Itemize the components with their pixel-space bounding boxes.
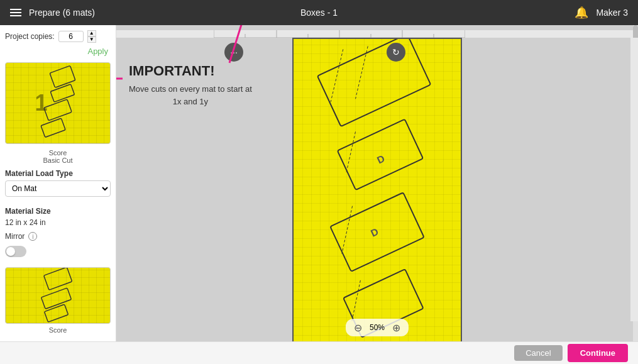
cancel-button[interactable]: Cancel: [514, 345, 562, 361]
mirror-info-icon[interactable]: i: [28, 232, 37, 241]
mat-canvas: D D: [292, 38, 462, 341]
ruler-top-marks: [214, 30, 465, 38]
continue-button[interactable]: Continue: [568, 344, 628, 362]
document-title: Boxes - 1: [300, 8, 338, 18]
rotate-btn[interactable]: ↻: [387, 43, 405, 62]
svg-line-24: [342, 206, 353, 254]
svg-rect-2: [44, 99, 72, 121]
important-text: Move cuts on every mat to start at 1x an…: [129, 83, 252, 108]
copies-spinner: ▲ ▼: [87, 30, 96, 43]
header-left: Prepare (6 mats): [10, 8, 95, 18]
svg-rect-6: [44, 304, 68, 322]
material-load-select[interactable]: On Mat: [5, 180, 111, 197]
copies-input[interactable]: [58, 31, 84, 42]
hamburger-icon[interactable]: [10, 9, 21, 16]
zoom-in-btn[interactable]: ⊕: [390, 321, 402, 334]
left-sidebar: Project copies: ▲ ▼ Apply 1 Score Basic …: [0, 25, 116, 341]
svg-rect-0: [50, 65, 75, 87]
app-title: Prepare (6 mats): [29, 8, 95, 18]
mat1-thumbnail: 1: [5, 62, 111, 144]
ruler-right: [630, 38, 638, 321]
material-size-value: 12 in x 24 in: [5, 218, 111, 227]
mat1-cuts: [6, 63, 110, 143]
mat2-cuts: [6, 268, 110, 323]
zoom-controls: ⊖ 50% ⊕: [346, 319, 409, 336]
mirror-label: Mirror: [5, 232, 25, 241]
svg-rect-17: [317, 39, 431, 126]
svg-rect-3: [41, 118, 65, 137]
material-size-label: Material Size: [5, 207, 111, 216]
copies-down-btn[interactable]: ▼: [87, 36, 96, 43]
mat-cut-shapes: D D: [294, 39, 461, 341]
main-layout: Project copies: ▲ ▼ Apply 1 Score Basic …: [0, 25, 638, 341]
footer: Cancel Continue: [0, 341, 638, 364]
svg-line-18: [331, 49, 343, 102]
svg-line-27: [352, 280, 361, 322]
mirror-row: Mirror i: [5, 232, 111, 241]
mirror-toggle[interactable]: [5, 246, 26, 257]
ruler-top: [116, 30, 633, 38]
mat2-label: Score: [5, 326, 111, 334]
important-overlay: IMPORTANT! Move cuts on every mat to sta…: [129, 63, 252, 108]
arrow-left-svg: [116, 66, 126, 91]
svg-text:D: D: [369, 226, 380, 238]
project-copies-label: Project copies:: [5, 32, 55, 41]
toggle-knob: [6, 247, 15, 256]
zoom-out-btn[interactable]: ⊖: [352, 321, 365, 334]
svg-rect-1: [50, 84, 74, 102]
svg-rect-5: [41, 288, 72, 309]
material-load-label: Material Load Type: [5, 169, 111, 178]
header: Prepare (6 mats) Boxes - 1 🔔 Maker 3: [0, 0, 638, 25]
svg-rect-4: [44, 268, 72, 290]
important-title: IMPORTANT!: [129, 63, 252, 79]
svg-line-21: [346, 131, 356, 173]
canvas-area: D D ··· ↻: [116, 25, 638, 341]
mat2-thumbnail: [5, 267, 111, 324]
svg-text:D: D: [375, 153, 386, 165]
svg-line-19: [356, 46, 368, 99]
mat1-label: Score Basic Cut: [5, 149, 111, 164]
apply-button[interactable]: Apply: [85, 45, 111, 57]
header-right: 🔔 Maker 3: [575, 6, 628, 19]
copies-up-btn[interactable]: ▲: [87, 30, 96, 36]
more-options-btn[interactable]: ···: [224, 43, 243, 62]
project-copies-row: Project copies: ▲ ▼: [5, 30, 111, 43]
bell-icon[interactable]: 🔔: [575, 6, 588, 19]
mat2-section: Score: [5, 267, 111, 334]
zoom-label: 50%: [370, 323, 385, 332]
user-label: Maker 3: [596, 8, 628, 18]
